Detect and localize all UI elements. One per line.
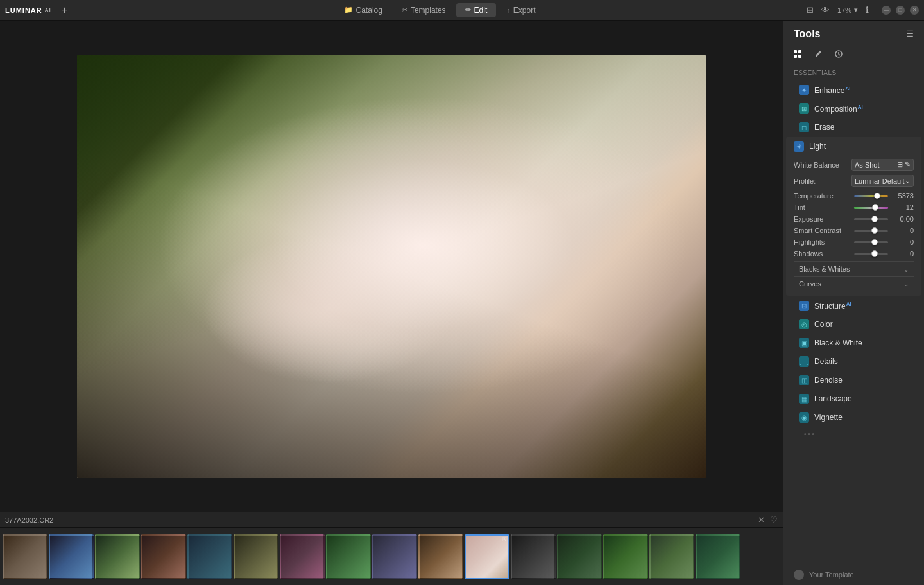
export-icon: ↑ bbox=[506, 6, 510, 14]
minimize-button[interactable]: — bbox=[882, 6, 891, 15]
thumb-13[interactable] bbox=[603, 534, 648, 579]
section-essentials-label: Essentials bbox=[783, 67, 924, 80]
close-filmstrip-icon[interactable]: ✕ bbox=[758, 515, 765, 525]
add-button[interactable]: + bbox=[62, 4, 67, 16]
profile-select[interactable]: Luminar Default ⌄ bbox=[851, 175, 914, 187]
thumb-7[interactable] bbox=[280, 534, 325, 579]
details-icon: ⋮⋮ bbox=[799, 356, 809, 367]
svg-rect-2 bbox=[794, 55, 797, 58]
tool-structure[interactable]: ⊡ StructureAI bbox=[789, 297, 919, 315]
favorite-icon[interactable]: ♡ bbox=[770, 515, 778, 525]
thumb-3[interactable] bbox=[95, 534, 140, 579]
vignette-name: Vignette bbox=[814, 413, 909, 422]
wb-select[interactable]: As Shot ⊞ ✎ bbox=[851, 159, 914, 171]
expand-icon: ⇱ bbox=[502, 537, 507, 543]
color-name: Color bbox=[814, 320, 909, 329]
blacks-whites-row[interactable]: Blacks & Whites ⌄ bbox=[794, 261, 914, 276]
tool-enhance[interactable]: ✦ EnhanceAI bbox=[789, 81, 919, 99]
smart-contrast-thumb[interactable] bbox=[871, 227, 878, 234]
light-icon: ☀ bbox=[794, 141, 804, 152]
thumb-2[interactable] bbox=[49, 534, 94, 579]
curves-row[interactable]: Curves ⌄ bbox=[794, 276, 914, 291]
window-controls: — □ ✕ bbox=[882, 6, 919, 15]
dual-monitor-icon[interactable]: ⊞ bbox=[807, 5, 814, 15]
maximize-button[interactable]: □ bbox=[896, 6, 905, 15]
template-section: Your Template bbox=[783, 564, 924, 585]
highlights-slider[interactable] bbox=[854, 241, 888, 243]
light-header[interactable]: ☀ Light bbox=[786, 137, 921, 156]
shadows-slider[interactable] bbox=[854, 253, 888, 255]
curves-label: Curves bbox=[799, 280, 821, 288]
denoise-name: Denoise bbox=[814, 376, 909, 385]
thumb-11[interactable] bbox=[511, 534, 556, 579]
thumb-6[interactable] bbox=[234, 534, 278, 579]
filename-label: 377A2032.CR2 bbox=[5, 516, 53, 524]
thumb-4[interactable] bbox=[141, 534, 186, 579]
thumb-active[interactable]: ⇱ bbox=[465, 534, 509, 579]
info-bar: 377A2032.CR2 ✕ ♡ bbox=[0, 512, 783, 527]
close-button[interactable]: ✕ bbox=[910, 6, 919, 15]
tint-thumb[interactable] bbox=[872, 204, 878, 211]
erase-name: Erase bbox=[814, 123, 909, 132]
thumb-10[interactable] bbox=[418, 534, 463, 579]
tint-label: Tint bbox=[794, 204, 851, 211]
nav-tabs: 📁 Catalog ✂ Templates ✏ Edit ↑ Export bbox=[73, 3, 807, 17]
main-content: 377A2032.CR2 ✕ ♡ ⇱ bbox=[0, 21, 924, 585]
tools-content: Essentials ✦ EnhanceAI ⊞ CompositionAI ◻… bbox=[783, 67, 924, 564]
highlights-thumb[interactable] bbox=[871, 239, 878, 245]
thumb-14[interactable] bbox=[649, 534, 694, 579]
tab-history[interactable] bbox=[830, 45, 848, 63]
topbar: LUMINAR AI + 📁 Catalog ✂ Templates ✏ Edi… bbox=[0, 0, 924, 21]
info-icon[interactable]: ℹ bbox=[866, 5, 869, 15]
thumb-9[interactable] bbox=[372, 534, 417, 579]
thumb-15[interactable] bbox=[696, 534, 740, 579]
tab-catalog[interactable]: 📁 Catalog bbox=[335, 3, 391, 17]
smart-contrast-slider[interactable] bbox=[854, 230, 888, 232]
eye-icon[interactable]: 👁 bbox=[821, 5, 830, 15]
tool-erase[interactable]: ◻ Erase bbox=[789, 118, 919, 136]
tab-tools[interactable] bbox=[789, 45, 807, 63]
svg-rect-1 bbox=[798, 50, 801, 53]
tool-landscape[interactable]: ▦ Landscape bbox=[789, 390, 919, 408]
exposure-slider[interactable] bbox=[854, 218, 888, 220]
shadows-thumb[interactable] bbox=[871, 250, 878, 257]
temperature-slider[interactable] bbox=[854, 195, 888, 197]
shadows-row: Shadows 0 bbox=[794, 250, 914, 258]
blacks-whites-label: Blacks & Whites bbox=[799, 265, 850, 273]
tool-vignette[interactable]: ◉ Vignette bbox=[789, 408, 919, 426]
tint-slider[interactable] bbox=[854, 207, 888, 209]
tab-templates[interactable]: ✂ Templates bbox=[393, 3, 455, 17]
tab-edit[interactable]: ✏ Edit bbox=[456, 3, 497, 17]
tint-value: 12 bbox=[891, 204, 914, 211]
thumb-12[interactable] bbox=[557, 534, 602, 579]
temperature-thumb[interactable] bbox=[874, 193, 880, 199]
tab-export[interactable]: ↑ Export bbox=[497, 3, 544, 17]
exposure-label: Exposure bbox=[794, 215, 851, 223]
thumb-1[interactable] bbox=[3, 534, 47, 579]
tab-brush[interactable] bbox=[809, 45, 827, 63]
tool-details[interactable]: ⋮⋮ Details bbox=[789, 353, 919, 371]
landscape-icon: ▦ bbox=[799, 394, 809, 404]
zoom-control[interactable]: 17% ▾ bbox=[837, 6, 858, 14]
tool-color[interactable]: ◎ Color bbox=[789, 315, 919, 333]
enhance-name: EnhanceAI bbox=[814, 85, 909, 95]
tool-composition[interactable]: ⊞ CompositionAI bbox=[789, 100, 919, 118]
color-icon: ◎ bbox=[799, 319, 809, 329]
tool-bw[interactable]: ▣ Black & White bbox=[789, 334, 919, 352]
svg-rect-0 bbox=[794, 50, 797, 53]
tool-light: ☀ Light White Balance As Shot ⊞ ✎ Profi bbox=[786, 137, 921, 296]
smart-contrast-value: 0 bbox=[891, 227, 914, 234]
thumb-8[interactable] bbox=[326, 534, 371, 579]
panel-menu-icon[interactable]: ☰ bbox=[907, 30, 914, 39]
edit-icon: ✏ bbox=[465, 6, 471, 14]
exposure-row: Exposure 0.00 bbox=[794, 215, 914, 223]
exposure-thumb[interactable] bbox=[871, 216, 878, 222]
templates-label: Templates bbox=[411, 6, 446, 15]
light-content: White Balance As Shot ⊞ ✎ Profile: Lumin… bbox=[786, 156, 921, 296]
thumb-5[interactable] bbox=[187, 534, 232, 579]
topbar-right-controls: ⊞ 👁 17% ▾ ℹ — □ ✕ bbox=[807, 5, 919, 15]
profile-label: Profile: bbox=[794, 177, 851, 185]
flower-overlay bbox=[77, 55, 706, 478]
tool-denoise[interactable]: ◫ Denoise bbox=[789, 371, 919, 389]
enhance-icon: ✦ bbox=[799, 85, 809, 95]
